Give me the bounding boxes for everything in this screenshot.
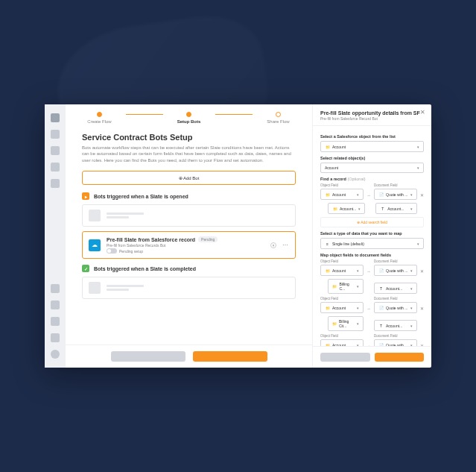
- section-complete-header: ✓ Bots triggered when a Slate is complet…: [82, 265, 296, 272]
- chevron-down-icon: ▾: [410, 192, 413, 197]
- step-label: Create Flow: [87, 119, 111, 124]
- sidebar-item-2[interactable]: [51, 130, 60, 139]
- chevron-down-icon: ▾: [357, 192, 359, 197]
- select-value: Billing C...: [339, 282, 355, 291]
- arrow-icon: →: [366, 269, 371, 276]
- bot-thumb: [89, 210, 101, 221]
- remove-row-button[interactable]: ✕: [420, 192, 424, 200]
- select-doc-field[interactable]: 📄Quote with ...▾: [374, 302, 417, 313]
- select-data-type[interactable]: ≡Single line (default)▾: [320, 238, 424, 249]
- sidebar-item-7[interactable]: [51, 300, 60, 309]
- doc-icon: 📄: [378, 268, 384, 273]
- chevron-down-icon: ▾: [357, 321, 359, 326]
- select-value: Account: [332, 268, 346, 273]
- folder-icon: 📁: [332, 206, 337, 211]
- select-doc-field[interactable]: 📄Quote with ...▾: [374, 265, 417, 276]
- sidebar-item-1[interactable]: [51, 113, 60, 122]
- chevron-down-icon: ▾: [417, 166, 419, 170]
- section-open-header: ▸ Bots triggered when a Slate is opened: [82, 192, 296, 200]
- remove-row-button[interactable]: ✕: [420, 306, 424, 313]
- panel-save-button[interactable]: [375, 353, 425, 362]
- remove-row-button[interactable]: ✕: [420, 268, 424, 276]
- col-label: Document Field: [374, 259, 417, 263]
- label-map-fields: Map object fields to document fields: [320, 253, 424, 257]
- sidebar-item-8[interactable]: [51, 317, 60, 326]
- select-doc-field[interactable]: 📄Quote with ...▾: [374, 189, 417, 200]
- chevron-down-icon: ▾: [357, 306, 359, 310]
- col-label: Object Field: [320, 183, 364, 187]
- select-doc-field[interactable]: TAccount...▾: [374, 320, 417, 331]
- more-icon[interactable]: ⋯: [282, 242, 289, 248]
- select-value: Account: [332, 306, 346, 310]
- doc-icon: 📄: [378, 305, 384, 310]
- bot-card-placeholder[interactable]: [82, 204, 296, 227]
- select-obj-field[interactable]: 📁Account...▾: [328, 203, 365, 214]
- chevron-down-icon: ▾: [417, 145, 419, 149]
- bot-toggle[interactable]: [107, 248, 117, 254]
- select-value: Account: [332, 192, 346, 197]
- select-doc-field[interactable]: 📄Quote with ...▾: [374, 339, 417, 346]
- col-label: Object Field: [320, 297, 364, 300]
- check-icon: ✓: [82, 265, 89, 272]
- folder-icon: 📁: [325, 268, 330, 273]
- add-search-field-button[interactable]: Add search field: [320, 217, 424, 227]
- chevron-down-icon: ▾: [357, 284, 359, 289]
- sidebar-avatar[interactable]: [51, 350, 60, 359]
- status-badge: Pending: [198, 236, 218, 242]
- arrow-right-icon: ▸: [82, 192, 89, 200]
- back-button[interactable]: [111, 351, 185, 362]
- salesforce-icon: ☁: [89, 239, 101, 251]
- select-object[interactable]: 📁Account▾: [320, 141, 424, 152]
- sidebar-item-5[interactable]: [51, 179, 60, 188]
- select-obj-field[interactable]: 📁Account▾: [320, 302, 364, 313]
- col-label: Object Field: [320, 259, 364, 263]
- select-value: Quote with ...: [386, 192, 407, 197]
- stepper: Create Flow Setup Bots Share Flow: [66, 104, 312, 128]
- bot-card-salesforce[interactable]: ☁ Pre-fill Slate from Salesforce record …: [82, 231, 296, 259]
- next-button[interactable]: [193, 351, 267, 362]
- select-obj-field[interactable]: 📁Account▾: [320, 339, 364, 346]
- app-window: Create Flow Setup Bots Share Flow Servic…: [45, 104, 431, 368]
- sidebar-item-3[interactable]: [51, 146, 60, 155]
- bot-card-placeholder-2[interactable]: [82, 277, 296, 299]
- step-setup-bots[interactable]: Setup Bots: [163, 112, 215, 124]
- add-bot-button[interactable]: ⊕ Add Bot: [82, 171, 296, 185]
- step-share-flow[interactable]: Share Flow: [253, 112, 305, 124]
- col-label: Object Field: [320, 334, 364, 338]
- select-doc-field[interactable]: TAccount...▾: [375, 203, 417, 214]
- chevron-down-icon: ▾: [410, 268, 413, 273]
- select-doc-field[interactable]: TAccount...▾: [374, 283, 417, 294]
- close-icon[interactable]: ✕: [420, 109, 425, 116]
- select-obj-field[interactable]: 📁Account▾: [320, 265, 364, 276]
- label-find-record: Find a record (Optional): [320, 177, 424, 181]
- line-icon: ≡: [325, 241, 330, 246]
- text-icon: T: [378, 323, 384, 328]
- select-value: Account: [332, 145, 346, 149]
- folder-icon: 📁: [332, 321, 337, 327]
- col-label: Document Field: [374, 297, 417, 300]
- step-create-flow[interactable]: Create Flow: [74, 112, 126, 124]
- panel-cancel-button[interactable]: [320, 353, 370, 362]
- page-title: Service Contract Bots Setup: [82, 133, 296, 142]
- select-related[interactable]: Account▾: [320, 163, 424, 173]
- config-panel: Pre-fill Slate opportunity details from …: [312, 104, 431, 368]
- select-obj-field[interactable]: 📁Billing Cit...▾: [328, 316, 364, 331]
- page-description: Bots automate workflow steps that can be…: [82, 145, 296, 163]
- chevron-down-icon: ▾: [410, 306, 413, 310]
- doc-icon: 📄: [378, 192, 384, 197]
- sidebar-item-4[interactable]: [51, 163, 60, 172]
- bot-placeholder-lines: [107, 211, 144, 220]
- sidebar-item-6[interactable]: [51, 284, 60, 293]
- select-obj-field[interactable]: 📁Account▾: [320, 189, 364, 200]
- bot-status-text: Pending setup: [119, 249, 143, 254]
- chevron-down-icon: ▾: [358, 207, 361, 211]
- text-icon: T: [380, 206, 385, 211]
- sidebar-item-9[interactable]: [51, 333, 60, 342]
- bot-title: Pre-fill Slate from Salesforce record: [107, 237, 195, 242]
- select-value: Account: [325, 166, 338, 170]
- remove-bot-button[interactable]: ×: [270, 242, 276, 248]
- select-obj-field[interactable]: 📁Billing C...▾: [328, 279, 364, 294]
- step-label: Share Flow: [267, 119, 289, 124]
- select-value: Account...: [386, 324, 402, 328]
- content: Service Contract Bots Setup Bots automat…: [66, 128, 312, 344]
